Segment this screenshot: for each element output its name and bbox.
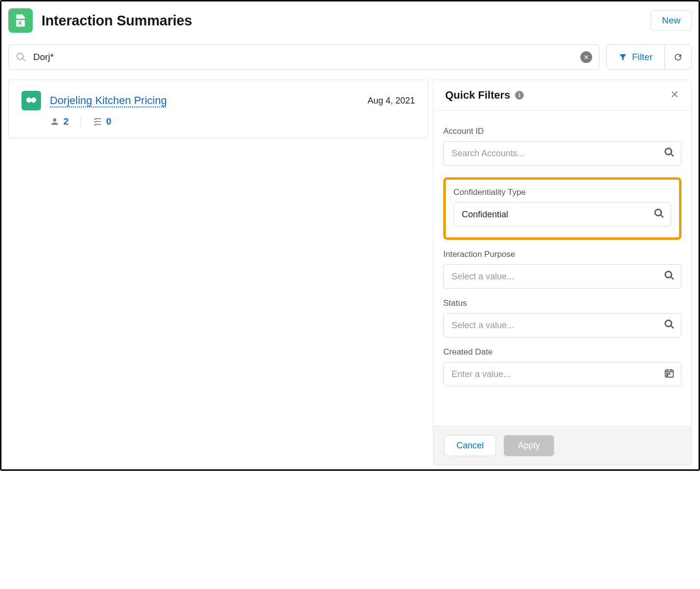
refresh-button[interactable]: [664, 45, 691, 69]
quick-filters-panel: Quick Filters i Account ID: [433, 80, 692, 465]
app-icon: [8, 8, 33, 33]
confidentiality-label: Confidentiality Type: [453, 188, 671, 197]
close-icon: [670, 89, 679, 99]
checklist-icon: [93, 117, 103, 126]
apply-button[interactable]: Apply: [504, 435, 554, 456]
attendee-count[interactable]: 2: [50, 116, 69, 127]
panel-title: Quick Filters: [445, 89, 510, 102]
confidentiality-field: Confidentiality Type: [453, 188, 671, 227]
filter-button[interactable]: Filter: [607, 45, 664, 69]
created-date-field: Created Date: [443, 347, 681, 386]
person-icon: [50, 117, 60, 126]
handshake-icon: [21, 91, 41, 110]
page-title: Interaction Summaries: [41, 13, 192, 29]
search-input[interactable]: [32, 51, 580, 63]
info-icon[interactable]: i: [515, 91, 524, 100]
cancel-button[interactable]: Cancel: [444, 435, 496, 456]
filter-icon: [618, 53, 627, 62]
interaction-purpose-input[interactable]: [443, 264, 681, 289]
svg-rect-1: [667, 373, 668, 375]
result-date: Aug 4, 2021: [368, 96, 415, 106]
clear-search-icon[interactable]: [580, 51, 592, 63]
svg-rect-2: [669, 373, 670, 375]
account-id-label: Account ID: [443, 126, 681, 136]
task-count[interactable]: 0: [93, 116, 112, 127]
refresh-icon: [673, 52, 683, 62]
confidentiality-input[interactable]: [453, 202, 671, 227]
calendar-icon: [664, 368, 675, 380]
account-id-field: Account ID: [443, 126, 681, 166]
search-icon: [664, 270, 675, 283]
created-date-label: Created Date: [443, 347, 681, 357]
result-title-link[interactable]: Dorjeling Kitchen Pricing: [50, 94, 167, 107]
filter-label: Filter: [632, 52, 653, 63]
created-date-input[interactable]: [443, 362, 681, 386]
status-input[interactable]: [443, 313, 681, 337]
status-label: Status: [443, 298, 681, 308]
close-panel-button[interactable]: [670, 89, 679, 101]
interaction-purpose-label: Interaction Purpose: [443, 250, 681, 259]
meta-separator: [81, 116, 81, 127]
search-icon: [664, 147, 675, 160]
svg-rect-3: [667, 375, 668, 377]
result-card: Dorjeling Kitchen Pricing Aug 4, 2021 2 …: [8, 80, 428, 138]
search-icon: [654, 208, 664, 221]
status-field: Status: [443, 298, 681, 337]
account-id-input[interactable]: [443, 141, 681, 166]
search-icon: [16, 52, 26, 63]
search-box[interactable]: [8, 44, 599, 70]
interaction-purpose-field: Interaction Purpose: [443, 250, 681, 289]
search-icon: [664, 319, 675, 332]
highlighted-filter: Confidentiality Type: [443, 177, 681, 240]
new-button[interactable]: New: [651, 10, 692, 31]
